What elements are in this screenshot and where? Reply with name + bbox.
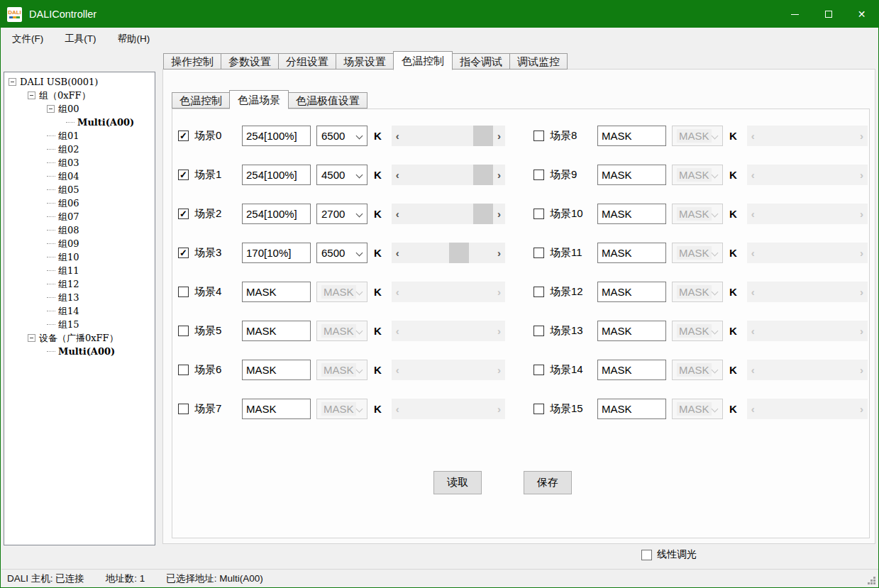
tree-item-17[interactable]: 组14 bbox=[4, 304, 155, 318]
scene-checkbox-group[interactable]: 场景4 bbox=[178, 285, 242, 299]
scrollbar-track[interactable] bbox=[404, 165, 493, 185]
scene-kelvin-select[interactable]: 6500 bbox=[316, 243, 367, 263]
scene-checkbox[interactable]: ✓ bbox=[178, 248, 189, 258]
scrollbar-track[interactable] bbox=[404, 399, 493, 419]
scene-checkbox[interactable] bbox=[534, 170, 544, 180]
tree-item-15[interactable]: 组12 bbox=[4, 277, 155, 291]
scrollbar-track[interactable] bbox=[404, 243, 493, 263]
scene-value-input[interactable] bbox=[242, 321, 311, 341]
tree-item-12[interactable]: 组09 bbox=[4, 237, 155, 250]
scene-value-input[interactable] bbox=[597, 243, 666, 263]
tab-main-5[interactable]: 指令调试 bbox=[452, 53, 510, 70]
tree-item-16[interactable]: 组13 bbox=[4, 291, 155, 304]
scene-value-input[interactable] bbox=[242, 243, 311, 263]
scene-checkbox[interactable] bbox=[534, 365, 544, 375]
scene-checkbox[interactable]: ✓ bbox=[178, 209, 189, 219]
scene-scrollbar[interactable]: ‹› bbox=[747, 243, 868, 263]
scroll-right-icon[interactable]: › bbox=[856, 321, 868, 341]
scroll-left-icon[interactable]: ‹ bbox=[747, 321, 759, 341]
scrollbar-track[interactable] bbox=[404, 360, 493, 380]
scene-checkbox-group[interactable]: 场景14 bbox=[534, 363, 597, 377]
scene-value-input[interactable] bbox=[242, 360, 311, 380]
tab-sub-0[interactable]: 色温控制 bbox=[172, 92, 230, 109]
scroll-right-icon[interactable]: › bbox=[856, 165, 868, 185]
read-button[interactable]: 读取 bbox=[433, 471, 482, 494]
scene-kelvin-select[interactable]: 6500 bbox=[316, 126, 367, 146]
scene-checkbox[interactable] bbox=[534, 131, 544, 141]
resize-grip-icon[interactable] bbox=[873, 582, 875, 584]
scene-checkbox-group[interactable]: 场景7 bbox=[178, 402, 242, 416]
tree-item-1[interactable]: 组（0xFF） bbox=[4, 89, 155, 102]
scrollbar-track[interactable] bbox=[759, 321, 856, 341]
collapse-icon[interactable] bbox=[28, 334, 35, 342]
tree-item-19[interactable]: 设备（广播0xFF） bbox=[4, 331, 155, 345]
scene-checkbox-group[interactable]: 场景12 bbox=[534, 285, 597, 299]
tree-item-7[interactable]: 组04 bbox=[4, 170, 155, 183]
scene-scrollbar[interactable]: ‹› bbox=[392, 282, 505, 302]
scene-kelvin-select[interactable]: MASK bbox=[672, 321, 723, 341]
scene-scrollbar[interactable]: ‹› bbox=[392, 165, 505, 185]
scroll-right-icon[interactable]: › bbox=[856, 204, 868, 224]
scene-kelvin-select[interactable]: MASK bbox=[672, 360, 723, 380]
scene-value-input[interactable] bbox=[597, 282, 666, 302]
linear-dimming-checkbox[interactable] bbox=[641, 550, 652, 560]
scene-value-input[interactable] bbox=[597, 360, 666, 380]
scene-value-input[interactable] bbox=[597, 165, 666, 185]
close-button[interactable]: ✕ bbox=[845, 1, 878, 28]
scene-value-input[interactable] bbox=[597, 126, 666, 146]
scroll-left-icon[interactable]: ‹ bbox=[392, 282, 404, 302]
tab-sub-1[interactable]: 色温场景 bbox=[229, 90, 289, 109]
scene-checkbox[interactable]: ✓ bbox=[178, 170, 189, 180]
tab-main-0[interactable]: 操作控制 bbox=[163, 53, 221, 70]
menu-item-2[interactable]: 帮助(H) bbox=[107, 28, 161, 50]
tree-item-4[interactable]: 组01 bbox=[4, 129, 155, 143]
menu-item-0[interactable]: 文件(F) bbox=[1, 28, 54, 50]
scroll-right-icon[interactable]: › bbox=[856, 399, 868, 419]
scene-checkbox[interactable] bbox=[178, 365, 189, 375]
scroll-left-icon[interactable]: ‹ bbox=[747, 243, 759, 263]
scene-checkbox-group[interactable]: 场景8 bbox=[534, 129, 597, 143]
scene-scrollbar[interactable]: ‹› bbox=[392, 126, 505, 146]
tree-item-9[interactable]: 组06 bbox=[4, 196, 155, 210]
scrollbar-track[interactable] bbox=[759, 360, 856, 380]
scene-checkbox[interactable] bbox=[534, 404, 544, 414]
collapse-icon[interactable] bbox=[9, 78, 16, 86]
scroll-right-icon[interactable]: › bbox=[493, 204, 505, 224]
tree-item-10[interactable]: 组07 bbox=[4, 210, 155, 223]
scene-scrollbar[interactable]: ‹› bbox=[747, 399, 868, 419]
scene-kelvin-select[interactable]: MASK bbox=[316, 321, 367, 341]
scroll-left-icon[interactable]: ‹ bbox=[747, 126, 759, 146]
tab-sub-2[interactable]: 色温极值设置 bbox=[288, 92, 367, 109]
scene-checkbox-group[interactable]: 场景6 bbox=[178, 363, 242, 377]
scroll-left-icon[interactable]: ‹ bbox=[392, 321, 404, 341]
scroll-left-icon[interactable]: ‹ bbox=[392, 243, 404, 263]
scrollbar-thumb[interactable] bbox=[473, 165, 493, 185]
scene-kelvin-select[interactable]: MASK bbox=[672, 204, 723, 224]
scroll-left-icon[interactable]: ‹ bbox=[747, 282, 759, 302]
scene-checkbox-group[interactable]: ✓场景0 bbox=[178, 129, 242, 143]
tree-item-13[interactable]: 组10 bbox=[4, 250, 155, 264]
menu-item-1[interactable]: 工具(T) bbox=[54, 28, 106, 50]
tree-item-2[interactable]: 组00 bbox=[4, 102, 155, 116]
scene-scrollbar[interactable]: ‹› bbox=[392, 243, 505, 263]
scene-value-input[interactable] bbox=[242, 204, 311, 224]
save-button[interactable]: 保存 bbox=[524, 471, 572, 494]
scrollbar-track[interactable] bbox=[759, 204, 856, 224]
scroll-right-icon[interactable]: › bbox=[493, 360, 505, 380]
tree-item-8[interactable]: 组05 bbox=[4, 183, 155, 196]
scene-value-input[interactable] bbox=[242, 165, 311, 185]
scene-scrollbar[interactable]: ‹› bbox=[747, 282, 868, 302]
scene-kelvin-select[interactable]: MASK bbox=[672, 282, 723, 302]
scene-value-input[interactable] bbox=[242, 126, 311, 146]
scene-kelvin-select[interactable]: MASK bbox=[672, 243, 723, 263]
minimize-button[interactable] bbox=[778, 1, 812, 28]
scene-checkbox-group[interactable]: 场景10 bbox=[534, 207, 597, 221]
scroll-right-icon[interactable]: › bbox=[856, 126, 868, 146]
scene-kelvin-select[interactable]: 4500 bbox=[316, 165, 367, 185]
scrollbar-track[interactable] bbox=[404, 321, 493, 341]
scene-checkbox[interactable] bbox=[534, 209, 544, 219]
scrollbar-thumb[interactable] bbox=[449, 243, 469, 263]
scroll-left-icon[interactable]: ‹ bbox=[747, 399, 759, 419]
scene-checkbox-group[interactable]: 场景15 bbox=[534, 402, 597, 416]
scene-scrollbar[interactable]: ‹› bbox=[747, 360, 868, 380]
